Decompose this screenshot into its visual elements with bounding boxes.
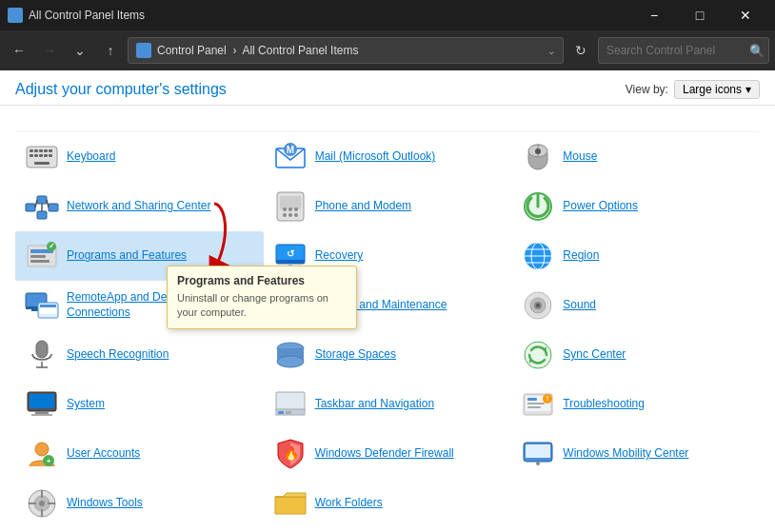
items-container: Keyboard M Mail (Microsoft Outlook) <box>0 106 775 525</box>
cutoff-row <box>15 113 760 132</box>
system-icon <box>25 387 59 422</box>
svg-rect-11 <box>34 162 50 165</box>
svg-rect-77 <box>286 411 291 414</box>
svg-text:✓: ✓ <box>49 242 55 250</box>
svg-point-85 <box>35 443 49 456</box>
close-button[interactable]: ✕ <box>724 0 767 30</box>
item-system-label: System <box>67 397 105 412</box>
window-controls: − □ ✕ <box>632 0 767 30</box>
content-header: Adjust your computer's settings View by:… <box>0 70 775 106</box>
item-system[interactable]: System <box>15 380 264 429</box>
viewby-button[interactable]: Large icons ▾ <box>674 80 760 99</box>
svg-text:!: ! <box>546 394 549 403</box>
svg-rect-22 <box>37 211 47 219</box>
svg-rect-72 <box>35 411 49 414</box>
viewby-control: View by: Large icons ▾ <box>626 80 760 99</box>
item-phone[interactable]: Phone and Modem <box>264 182 512 231</box>
item-keyboard[interactable]: Keyboard <box>15 132 264 182</box>
item-speech[interactable]: Speech Recognition <box>15 330 264 380</box>
item-mobility[interactable]: Windows Mobility Center <box>511 429 760 479</box>
item-sound-label: Sound <box>563 298 596 313</box>
svg-rect-8 <box>39 154 43 157</box>
item-user[interactable]: + User Accounts <box>15 429 264 479</box>
item-storage[interactable]: Storage Spaces <box>264 330 512 380</box>
svg-rect-6 <box>30 154 33 157</box>
item-taskbar[interactable]: Taskbar and Navigation <box>264 380 512 429</box>
item-wintools[interactable]: Windows Tools <box>15 479 264 525</box>
address-icon <box>136 43 151 58</box>
minimize-button[interactable]: − <box>632 0 676 30</box>
item-phone-label: Phone and Modem <box>315 199 411 214</box>
item-region[interactable]: Region <box>511 231 760 281</box>
address-text: Control Panel › All Control Panel Items <box>157 44 542 57</box>
page-title: Adjust your computer's settings <box>15 81 227 98</box>
item-wintools-label: Windows Tools <box>67 496 143 511</box>
network-icon <box>25 189 59 224</box>
item-sound[interactable]: Sound <box>511 281 760 330</box>
item-sync[interactable]: Sync Center <box>511 330 760 380</box>
phone-icon <box>273 189 308 224</box>
svg-rect-38 <box>30 260 50 263</box>
item-taskbar-label: Taskbar and Navigation <box>315 397 434 412</box>
svg-rect-3 <box>39 149 43 152</box>
search-icon: 🔍 <box>749 44 765 58</box>
svg-point-28 <box>283 213 287 217</box>
item-workfolders[interactable]: Work Folders <box>264 479 512 525</box>
svg-point-91 <box>536 462 540 465</box>
svg-rect-80 <box>527 398 537 401</box>
viewby-label: View by: <box>626 83 668 96</box>
svg-rect-7 <box>34 154 38 157</box>
forward-button[interactable]: → <box>36 37 63 64</box>
item-mail[interactable]: M Mail (Microsoft Outlook) <box>264 132 512 182</box>
viewby-value: Large icons <box>683 83 742 96</box>
workfolders-icon <box>273 486 308 521</box>
svg-line-24 <box>47 200 49 207</box>
item-network[interactable]: Network and Sharing Center <box>15 182 264 231</box>
svg-rect-1 <box>30 149 33 152</box>
dropdown-button[interactable]: ⌄ <box>67 37 93 64</box>
svg-point-32 <box>288 207 292 211</box>
search-input[interactable] <box>606 44 749 57</box>
refresh-button[interactable]: ↻ <box>567 37 594 64</box>
item-troubleshoot-label: Troubleshooting <box>563 397 645 412</box>
address-bar-input[interactable]: Control Panel › All Control Panel Items … <box>128 37 564 64</box>
svg-rect-60 <box>36 341 48 358</box>
back-button[interactable]: ← <box>6 37 32 64</box>
item-mobility-label: Windows Mobility Center <box>563 446 688 462</box>
svg-rect-10 <box>49 154 52 157</box>
svg-rect-4 <box>44 149 48 152</box>
svg-rect-96 <box>41 509 43 517</box>
item-power[interactable]: Power Options <box>511 182 760 231</box>
svg-rect-19 <box>26 204 35 211</box>
svg-rect-2 <box>34 149 38 152</box>
svg-rect-98 <box>48 502 55 504</box>
search-box[interactable]: 🔍 <box>598 37 769 64</box>
tooltip-popup: Programs and Features Uninstall or chang… <box>167 266 357 329</box>
remoteapp-icon <box>25 288 59 323</box>
storage-icon <box>273 338 308 372</box>
item-troubleshoot[interactable]: ! Troubleshooting <box>511 380 760 429</box>
tooltip-description: Uninstall or change programs on your com… <box>177 291 347 321</box>
svg-point-33 <box>294 207 298 211</box>
item-programs-label: Programs and Features <box>67 248 187 264</box>
svg-rect-18 <box>535 148 541 154</box>
svg-rect-20 <box>37 196 47 204</box>
svg-point-31 <box>283 207 287 211</box>
troubleshoot-icon: ! <box>521 387 555 422</box>
item-power-label: Power Options <box>563 199 638 214</box>
item-mouse[interactable]: Mouse <box>511 132 760 182</box>
svg-text:↺: ↺ <box>287 248 295 259</box>
keyboard-icon <box>25 140 59 174</box>
svg-rect-9 <box>44 154 48 157</box>
item-mail-label: Mail (Microsoft Outlook) <box>315 149 436 165</box>
mobility-icon <box>521 437 555 471</box>
maximize-button[interactable]: □ <box>678 0 722 30</box>
item-user-label: User Accounts <box>67 446 140 462</box>
item-defender-label: Windows Defender Firewall <box>315 446 454 462</box>
item-defender[interactable]: 🔥 Windows Defender Firewall <box>264 429 512 479</box>
up-button[interactable]: ↑ <box>97 37 124 64</box>
svg-point-66 <box>277 356 304 367</box>
svg-rect-74 <box>276 392 305 411</box>
address-bar: ← → ⌄ ↑ Control Panel › All Control Pane… <box>0 30 775 70</box>
svg-text:M: M <box>286 145 293 155</box>
